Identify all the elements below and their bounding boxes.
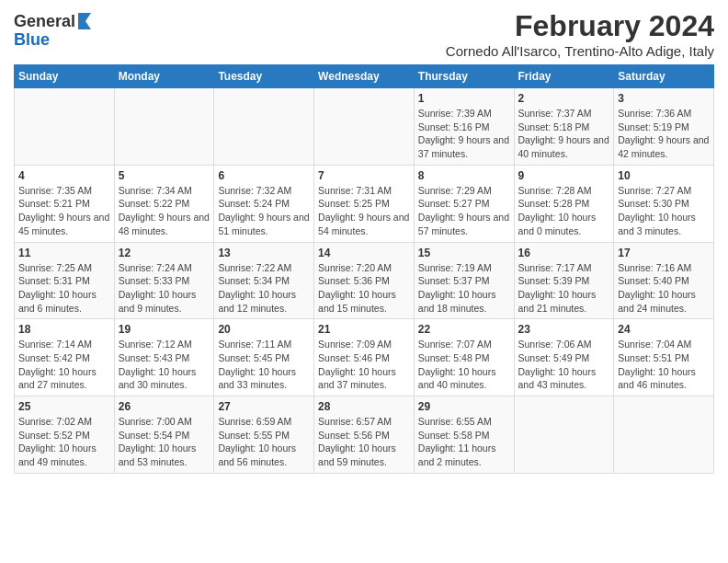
day-number: 9 — [518, 169, 610, 182]
day-info: Sunrise: 7:09 AM Sunset: 5:46 PM Dayligh… — [318, 338, 410, 392]
day-info: Sunrise: 7:39 AM Sunset: 5:16 PM Dayligh… — [418, 107, 510, 161]
day-number: 20 — [218, 323, 310, 336]
weekday-header-saturday: Saturday — [614, 65, 714, 88]
day-info: Sunrise: 6:55 AM Sunset: 5:58 PM Dayligh… — [418, 415, 510, 469]
calendar-cell: 18Sunrise: 7:14 AM Sunset: 5:42 PM Dayli… — [15, 319, 115, 396]
day-number: 5 — [119, 169, 210, 182]
day-number: 26 — [119, 400, 210, 413]
day-info: Sunrise: 7:27 AM Sunset: 5:30 PM Dayligh… — [618, 184, 710, 238]
calendar-cell: 24Sunrise: 7:04 AM Sunset: 5:51 PM Dayli… — [614, 319, 714, 396]
day-info: Sunrise: 7:20 AM Sunset: 5:36 PM Dayligh… — [318, 261, 410, 316]
day-info: Sunrise: 7:36 AM Sunset: 5:19 PM Dayligh… — [618, 107, 710, 161]
calendar-cell: 10Sunrise: 7:27 AM Sunset: 5:30 PM Dayli… — [614, 165, 714, 242]
weekday-header-tuesday: Tuesday — [214, 65, 314, 88]
day-number: 10 — [618, 169, 710, 182]
location-subtitle: Cornedo All'Isarco, Trentino-Alto Adige,… — [446, 43, 714, 59]
calendar-body: 1Sunrise: 7:39 AM Sunset: 5:16 PM Daylig… — [15, 88, 714, 474]
weekday-header-thursday: Thursday — [414, 65, 514, 88]
day-number: 17 — [618, 247, 710, 259]
calendar-cell: 12Sunrise: 7:24 AM Sunset: 5:33 PM Dayli… — [114, 242, 214, 319]
day-number: 12 — [119, 247, 210, 259]
day-number: 19 — [119, 323, 210, 336]
calendar-week-2: 4Sunrise: 7:35 AM Sunset: 5:21 PM Daylig… — [15, 165, 714, 242]
calendar-cell: 27Sunrise: 6:59 AM Sunset: 5:55 PM Dayli… — [214, 396, 314, 474]
calendar-cell: 8Sunrise: 7:29 AM Sunset: 5:27 PM Daylig… — [414, 165, 514, 242]
day-number: 14 — [318, 247, 410, 259]
day-number: 6 — [218, 169, 310, 182]
calendar-cell — [15, 88, 115, 166]
calendar-cell: 14Sunrise: 7:20 AM Sunset: 5:36 PM Dayli… — [314, 242, 415, 319]
day-info: Sunrise: 7:07 AM Sunset: 5:48 PM Dayligh… — [418, 338, 510, 392]
calendar-cell — [214, 88, 314, 166]
calendar-week-1: 1Sunrise: 7:39 AM Sunset: 5:16 PM Daylig… — [15, 88, 714, 166]
calendar-table: SundayMondayTuesdayWednesdayThursdayFrid… — [14, 64, 714, 474]
calendar-cell: 25Sunrise: 7:02 AM Sunset: 5:52 PM Dayli… — [15, 396, 115, 474]
day-info: Sunrise: 7:04 AM Sunset: 5:51 PM Dayligh… — [618, 338, 710, 392]
day-number: 16 — [518, 247, 610, 259]
logo-general-text: General — [14, 13, 75, 31]
calendar-week-4: 18Sunrise: 7:14 AM Sunset: 5:42 PM Dayli… — [15, 319, 714, 396]
day-number: 4 — [18, 169, 110, 182]
calendar-week-3: 11Sunrise: 7:25 AM Sunset: 5:31 PM Dayli… — [15, 242, 714, 319]
calendar-cell — [314, 88, 415, 166]
day-number: 24 — [618, 323, 710, 336]
day-number: 7 — [318, 169, 410, 182]
calendar-cell — [514, 396, 614, 474]
day-info: Sunrise: 7:12 AM Sunset: 5:43 PM Dayligh… — [119, 338, 210, 392]
title-area: February 2024 Cornedo All'Isarco, Trenti… — [446, 9, 714, 59]
calendar-cell: 22Sunrise: 7:07 AM Sunset: 5:48 PM Dayli… — [414, 319, 514, 396]
calendar-cell: 5Sunrise: 7:34 AM Sunset: 5:22 PM Daylig… — [114, 165, 214, 242]
day-info: Sunrise: 7:16 AM Sunset: 5:40 PM Dayligh… — [618, 261, 710, 316]
day-number: 8 — [418, 169, 510, 182]
calendar-cell: 6Sunrise: 7:32 AM Sunset: 5:24 PM Daylig… — [214, 165, 314, 242]
calendar-cell: 19Sunrise: 7:12 AM Sunset: 5:43 PM Dayli… — [114, 319, 214, 396]
calendar-cell: 17Sunrise: 7:16 AM Sunset: 5:40 PM Dayli… — [614, 242, 714, 319]
month-title: February 2024 — [446, 9, 714, 43]
day-info: Sunrise: 7:06 AM Sunset: 5:49 PM Dayligh… — [518, 338, 610, 392]
calendar-cell: 3Sunrise: 7:36 AM Sunset: 5:19 PM Daylig… — [614, 88, 714, 166]
day-info: Sunrise: 7:00 AM Sunset: 5:54 PM Dayligh… — [119, 415, 210, 469]
day-number: 3 — [618, 92, 710, 105]
day-info: Sunrise: 7:17 AM Sunset: 5:39 PM Dayligh… — [518, 261, 610, 316]
calendar-cell: 29Sunrise: 6:55 AM Sunset: 5:58 PM Dayli… — [414, 396, 514, 474]
day-info: Sunrise: 7:11 AM Sunset: 5:45 PM Dayligh… — [218, 338, 310, 392]
weekday-header-row: SundayMondayTuesdayWednesdayThursdayFrid… — [15, 65, 714, 88]
header: General Blue February 2024 Cornedo All'I… — [14, 9, 714, 59]
day-info: Sunrise: 7:34 AM Sunset: 5:22 PM Dayligh… — [119, 184, 210, 238]
day-info: Sunrise: 7:22 AM Sunset: 5:34 PM Dayligh… — [218, 261, 310, 316]
calendar-cell: 7Sunrise: 7:31 AM Sunset: 5:25 PM Daylig… — [314, 165, 415, 242]
day-info: Sunrise: 7:14 AM Sunset: 5:42 PM Dayligh… — [18, 338, 110, 392]
calendar-cell: 2Sunrise: 7:37 AM Sunset: 5:18 PM Daylig… — [514, 88, 614, 166]
day-info: Sunrise: 7:32 AM Sunset: 5:24 PM Dayligh… — [218, 184, 310, 238]
day-number: 25 — [18, 400, 110, 413]
calendar-cell: 21Sunrise: 7:09 AM Sunset: 5:46 PM Dayli… — [314, 319, 415, 396]
day-info: Sunrise: 7:02 AM Sunset: 5:52 PM Dayligh… — [18, 415, 110, 469]
calendar-cell: 9Sunrise: 7:28 AM Sunset: 5:28 PM Daylig… — [514, 165, 614, 242]
weekday-header-sunday: Sunday — [15, 65, 115, 88]
day-number: 29 — [418, 400, 510, 413]
day-number: 13 — [218, 247, 310, 259]
day-number: 22 — [418, 323, 510, 336]
calendar-cell — [114, 88, 214, 166]
logo-blue-text: Blue — [14, 30, 50, 49]
day-number: 28 — [318, 400, 410, 413]
svg-marker-0 — [78, 13, 91, 29]
calendar-cell: 23Sunrise: 7:06 AM Sunset: 5:49 PM Dayli… — [514, 319, 614, 396]
day-info: Sunrise: 6:57 AM Sunset: 5:56 PM Dayligh… — [318, 415, 410, 469]
day-info: Sunrise: 7:31 AM Sunset: 5:25 PM Dayligh… — [318, 184, 410, 238]
calendar-header: SundayMondayTuesdayWednesdayThursdayFrid… — [15, 65, 714, 88]
day-info: Sunrise: 7:37 AM Sunset: 5:18 PM Dayligh… — [518, 107, 610, 161]
day-number: 2 — [518, 92, 610, 105]
day-info: Sunrise: 7:35 AM Sunset: 5:21 PM Dayligh… — [18, 184, 110, 238]
calendar-cell: 11Sunrise: 7:25 AM Sunset: 5:31 PM Dayli… — [15, 242, 115, 319]
calendar-cell: 1Sunrise: 7:39 AM Sunset: 5:16 PM Daylig… — [414, 88, 514, 166]
calendar-cell: 26Sunrise: 7:00 AM Sunset: 5:54 PM Dayli… — [114, 396, 214, 474]
calendar-cell — [614, 396, 714, 474]
day-number: 1 — [418, 92, 510, 105]
calendar-cell: 16Sunrise: 7:17 AM Sunset: 5:39 PM Dayli… — [514, 242, 614, 319]
day-info: Sunrise: 7:19 AM Sunset: 5:37 PM Dayligh… — [418, 261, 510, 316]
day-number: 11 — [18, 247, 110, 259]
weekday-header-wednesday: Wednesday — [314, 65, 415, 88]
day-info: Sunrise: 7:24 AM Sunset: 5:33 PM Dayligh… — [119, 261, 210, 316]
logo: General Blue — [14, 13, 93, 50]
